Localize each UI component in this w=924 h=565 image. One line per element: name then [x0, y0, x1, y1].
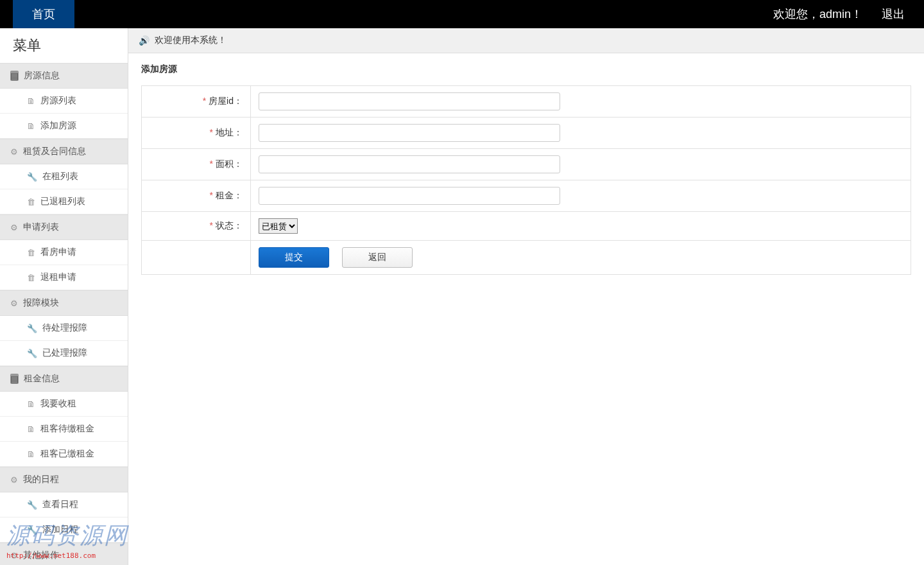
wrench-icon: 🔧 [27, 324, 37, 333]
area-input[interactable] [259, 155, 560, 173]
file-icon: 🗎 [27, 424, 35, 434]
form-area: 添加房源 *房屋id： *地址： *面积： *租金： [128, 53, 924, 285]
gear-icon: ⚙ [10, 551, 18, 561]
info-icon: ▤ [10, 374, 19, 384]
menu-item-label: 在租列表 [42, 171, 78, 182]
home-tab[interactable]: 首页 [13, 0, 74, 28]
speaker-icon: 🔊 [139, 35, 150, 46]
menu-group-5[interactable]: ⚙我的日程 [0, 467, 128, 492]
menu-item-0-0[interactable]: 🗎房源列表 [0, 89, 128, 114]
file-icon: 🗎 [27, 121, 35, 131]
menu-item-label: 待处理报障 [42, 322, 87, 334]
menu-item-label: 添加日程 [42, 524, 78, 535]
menu-group-6[interactable]: ⚙其他操作 [0, 543, 128, 565]
menu-item-2-1[interactable]: 🗑退租申请 [0, 265, 128, 290]
notice-bar: 🔊 欢迎使用本系统！ [128, 28, 924, 53]
menu-group-label: 申请列表 [23, 222, 59, 233]
topbar: 首页 欢迎您，admin！ 退出 [0, 0, 924, 28]
trash-icon: 🗑 [27, 248, 35, 257]
info-icon: ▤ [10, 71, 19, 81]
menu-item-2-0[interactable]: 🗑看房申请 [0, 240, 128, 265]
sidebar: 菜单 ▤房源信息🗎房源列表🗎添加房源⚙租赁及合同信息🔧在租列表🗑已退租列表⚙申请… [0, 28, 128, 565]
menu-item-label: 添加房源 [40, 120, 76, 132]
gear-icon: ⚙ [10, 223, 18, 232]
menu-group-label: 房源信息 [24, 70, 60, 82]
menu-item-4-1[interactable]: 🗎租客待缴租金 [0, 417, 128, 442]
menu-item-1-1[interactable]: 🗑已退租列表 [0, 189, 128, 214]
menu-group-label: 租赁及合同信息 [23, 146, 86, 157]
label-rent: *租金： [142, 180, 251, 212]
menu-group-4[interactable]: ▤租金信息 [0, 366, 128, 392]
address-input[interactable] [259, 124, 560, 142]
menu-item-4-0[interactable]: 🗎我要收租 [0, 392, 128, 417]
content-area: 🔊 欢迎使用本系统！ 添加房源 *房屋id： *地址： *面积： [128, 28, 924, 565]
file-icon: 🗎 [27, 399, 35, 409]
form-table: *房屋id： *地址： *面积： *租金： *状态： [141, 85, 911, 275]
menu-item-4-2[interactable]: 🗎租客已缴租金 [0, 442, 128, 467]
trash-icon: 🗑 [27, 273, 35, 282]
menu-item-1-0[interactable]: 🔧在租列表 [0, 164, 128, 189]
menu-item-5-1[interactable]: 🔧添加日程 [0, 517, 128, 543]
topbar-right: 欢迎您，admin！ 退出 [773, 6, 924, 22]
label-buttons [142, 241, 251, 275]
menu-group-1[interactable]: ⚙租赁及合同信息 [0, 139, 128, 164]
welcome-text: 欢迎您，admin！ [773, 6, 862, 22]
menu-item-label: 退租申请 [40, 272, 76, 283]
menu-item-3-0[interactable]: 🔧待处理报障 [0, 316, 128, 341]
menu-item-label: 查看日程 [42, 499, 78, 510]
menu-item-3-1[interactable]: 🔧已处理报障 [0, 341, 128, 366]
menu-item-0-1[interactable]: 🗎添加房源 [0, 114, 128, 139]
menu-group-label: 报障模块 [23, 297, 59, 309]
wrench-icon: 🔧 [27, 500, 37, 510]
wrench-icon: 🔧 [27, 525, 37, 535]
wrench-icon: 🔧 [27, 172, 37, 182]
gear-icon: ⚙ [10, 147, 18, 157]
rent-input[interactable] [259, 187, 560, 205]
wrench-icon: 🔧 [27, 349, 37, 358]
notice-text: 欢迎使用本系统！ [155, 35, 227, 46]
menu-group-2[interactable]: ⚙申请列表 [0, 214, 128, 240]
form-title: 添加房源 [141, 64, 911, 75]
trash-icon: 🗑 [27, 197, 35, 207]
menu-group-label: 我的日程 [23, 474, 59, 485]
file-icon: 🗎 [27, 96, 35, 106]
file-icon: 🗎 [27, 449, 35, 459]
menu-item-label: 租客待缴租金 [40, 423, 94, 435]
menu-group-3[interactable]: ⚙报障模块 [0, 290, 128, 316]
menu-group-0[interactable]: ▤房源信息 [0, 63, 128, 89]
label-status: *状态： [142, 212, 251, 241]
label-address: *地址： [142, 117, 251, 149]
topbar-left: 首页 [0, 0, 74, 28]
menu-item-label: 看房申请 [40, 247, 76, 258]
menu-group-label: 租金信息 [24, 373, 60, 385]
menu-item-label: 我要收租 [40, 398, 76, 410]
sidebar-title: 菜单 [0, 28, 128, 63]
gear-icon: ⚙ [10, 475, 18, 485]
logout-link[interactable]: 退出 [882, 6, 905, 22]
back-button[interactable]: 返回 [342, 247, 413, 268]
house-id-input[interactable] [259, 92, 560, 110]
status-select[interactable]: 已租赁 [259, 218, 298, 234]
menu-item-label: 房源列表 [40, 95, 76, 107]
menu-item-label: 租客已缴租金 [40, 448, 94, 460]
menu-item-label: 已处理报障 [42, 347, 87, 359]
gear-icon: ⚙ [10, 299, 18, 308]
label-house-id: *房屋id： [142, 86, 251, 117]
menu-group-label: 其他操作 [23, 550, 59, 561]
label-area: *面积： [142, 149, 251, 180]
menu-item-label: 已退租列表 [40, 196, 85, 207]
submit-button[interactable]: 提交 [259, 247, 329, 268]
menu-item-5-0[interactable]: 🔧查看日程 [0, 492, 128, 517]
